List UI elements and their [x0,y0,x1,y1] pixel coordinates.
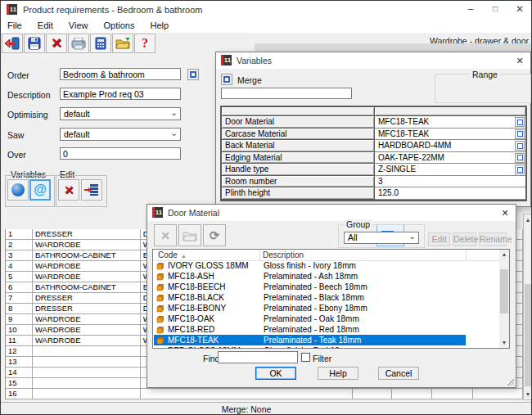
variable-value[interactable]: 3 [375,176,525,188]
scroll-up-icon[interactable]: ▲ [499,250,509,259]
material-list-item[interactable]: MFC18-EBONY Prelaminated - Ebony 18mm [153,303,509,314]
order-lookup-button[interactable] [187,69,199,80]
optimising-value: default [64,109,90,119]
save-button[interactable] [24,34,45,53]
rename-button[interactable]: Rename [479,232,507,246]
material-list-item[interactable]: MFC18-BLACK Prelaminated - Black 18mm [153,292,509,303]
variable-row[interactable]: Door Material MFC18-TEAK [222,116,525,129]
close-icon[interactable]: ✕ [498,207,512,219]
material-list-scrollbar[interactable]: ▲ ▼ [499,250,509,348]
delete-button[interactable]: Delete [453,232,476,246]
variable-row[interactable]: Plinth height 125.0 [222,187,525,200]
material-list-item[interactable]: MFC18-TEAK Prelaminated - Teak 18mm [153,335,509,345]
range-label: Range [470,70,500,79]
menu-file[interactable]: File [1,19,29,30]
variable-value[interactable]: MFC18-TEAK [375,116,525,129]
material-list-item[interactable]: MFC18-ASH Prelaminated - Ash 18mm [153,271,509,282]
delete-material-button[interactable]: ✕ [154,224,177,246]
merge-lookup-button[interactable] [221,74,232,85]
variable-value[interactable]: MFC18-TEAK [375,129,525,141]
close-icon[interactable]: ✕ [512,55,527,66]
optimising-select[interactable]: default ⌄ [60,107,181,120]
cancel-button[interactable]: Cancel [378,367,419,380]
maximize-button[interactable]: □ [484,1,507,19]
scrollbar-thumb[interactable] [500,269,508,314]
close-button[interactable]: ✕ [508,1,531,19]
material-description: Prelaminated - Teak 18mm [264,335,361,345]
row-code-cell: WARDROBE [33,240,141,250]
variable-value[interactable]: 125.0 [375,187,525,200]
scrollbar-thumb[interactable] [525,284,531,386]
scroll-up-icon[interactable]: ▲ [524,214,532,225]
merge-input[interactable] [221,88,352,99]
open-button[interactable] [112,34,133,53]
material-code: RED GLOSS 18MM [168,345,241,349]
open-group-button[interactable] [178,224,201,246]
variable-row[interactable]: Room number 3 [222,176,525,188]
order-input[interactable] [60,68,181,80]
menu-edit[interactable]: Edit [31,19,60,30]
global-variables-button[interactable] [7,179,29,201]
material-list-item[interactable]: MFC18-BEECH Prelaminated - Beech 18mm [153,282,509,292]
material-icon [156,262,165,270]
row-number-cell: 9 [6,314,33,325]
description-input[interactable] [60,88,181,100]
scroll-down-icon[interactable]: ▼ [524,389,532,399]
filter-checkbox[interactable] [301,353,310,362]
menu-options[interactable]: Options [97,19,142,30]
variable-lookup-button[interactable] [515,165,525,174]
material-list-item[interactable]: MFC18-RED Prelaminated - Red 18mm [153,324,509,335]
code-header[interactable]: Code▲ [158,250,187,259]
lookup-icon [517,143,523,149]
order-label: Order [7,70,29,80]
variable-lookup-button[interactable] [515,129,525,139]
exit-button[interactable] [2,34,23,53]
variable-value[interactable]: HARDBOARD-4MM [375,140,525,152]
variable-value[interactable]: OAK-TAPE-22MM [375,152,525,165]
find-input[interactable] [218,351,298,363]
refresh-button[interactable]: ⟳ [203,224,226,246]
door-material-dialog: 11 Door Material ✕ ✕ ⟳ ▾ Group [147,204,516,388]
help-button[interactable]: Help [318,367,358,380]
resize-grip[interactable] [507,379,514,386]
variable-value[interactable]: Z-SINGLE [375,164,525,176]
group-select[interactable]: All ⌄ [344,232,419,244]
variable-lookup-button[interactable] [515,141,525,151]
row-number-cell: 10 [6,325,33,336]
table-row[interactable]: 16 [5,389,523,399]
variable-row[interactable]: Handle type Z-SINGLE [222,164,525,176]
variable-lookup-button[interactable] [515,153,525,163]
order-variables-button[interactable]: @ [29,179,51,201]
delete-button[interactable]: ✕ [46,34,67,53]
row-cell [432,389,473,399]
over-input[interactable] [60,147,181,160]
delete-icon: ✕ [51,38,61,49]
variable-row[interactable]: Carcase Material MFC18-TEAK [222,129,525,141]
scroll-down-icon[interactable]: ▼ [499,338,509,348]
variable-lookup-button[interactable] [515,117,525,127]
chevron-down-icon: ⌄ [171,108,178,117]
edit-button[interactable]: Edit [428,232,450,246]
calculate-button[interactable] [90,34,111,53]
variable-value-text: 125.0 [378,188,399,197]
saw-select[interactable]: default ⌄ [60,128,181,141]
help-button[interactable]: ? [134,34,156,53]
variable-row[interactable]: Back Material HARDBOARD-4MM [222,140,525,152]
material-list-item[interactable]: MFC18-OAK Prelaminated - Oak 18mm [153,314,509,324]
menu-help[interactable]: Help [144,19,176,30]
main-table-scrollbar[interactable]: ▲ ▼ [523,214,532,400]
insert-row-button[interactable] [81,179,102,201]
print-button[interactable] [68,34,89,53]
row-number-cell: 11 [6,336,33,346]
material-list-item[interactable]: IVORY GLOSS 18MM Gloss finish - Ivory 18… [153,260,509,271]
delete-row-button[interactable]: ✕ [58,179,79,201]
material-list-item[interactable]: RED GLOSS 18MM Gloss finish - Red 18mm [153,345,509,349]
description-header[interactable]: Description [263,250,304,259]
insert-row-icon [84,183,99,196]
menu-view[interactable]: View [62,19,95,30]
row-cell [392,389,432,399]
minimize-button[interactable]: – [459,1,482,19]
variable-row[interactable]: Edging Material OAK-TAPE-22MM [222,152,525,165]
row-number-cell: 12 [6,346,33,357]
ok-button[interactable]: OK [255,367,296,380]
